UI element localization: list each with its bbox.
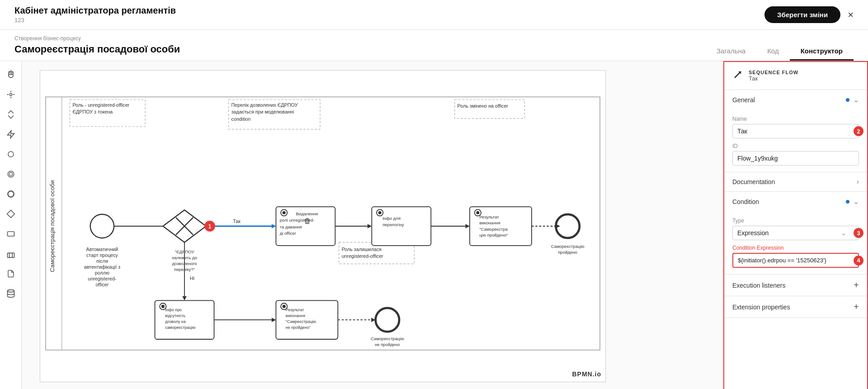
- svg-text:Так: Так: [233, 218, 241, 224]
- svg-marker-5: [7, 131, 14, 138]
- canvas-area: Самореєстрація посадової особи Роль - un…: [22, 61, 723, 389]
- section-execution-listeners[interactable]: Execution listeners +: [724, 275, 867, 296]
- svg-point-9: [8, 191, 14, 197]
- documentation-section-header[interactable]: Documentation ›: [724, 172, 867, 191]
- tab-constructor[interactable]: Конструктор: [790, 43, 854, 61]
- svg-marker-93: [272, 318, 276, 322]
- svg-marker-83: [182, 296, 187, 301]
- svg-point-0: [9, 94, 12, 96]
- svg-point-87: [161, 305, 165, 308]
- condition-expr-input[interactable]: [732, 253, 859, 268]
- documentation-section-actions: ›: [857, 178, 859, 186]
- section-extension-properties[interactable]: Extension properties +: [724, 296, 867, 318]
- type-select-badge: 3: [854, 228, 863, 238]
- svg-text:самореєстрацію: самореєстрацію: [165, 325, 195, 330]
- main: Самореєстрація посадової особи Роль - un…: [0, 61, 868, 389]
- svg-text:"Самреєстрацію: "Самреєстрацію: [286, 319, 316, 324]
- svg-point-15: [7, 290, 14, 292]
- svg-text:старт процесу: старт процесу: [86, 252, 118, 258]
- svg-text:автентифікації з: автентифікації з: [84, 264, 120, 270]
- svg-point-6: [8, 152, 14, 157]
- type-field-label: Type: [732, 218, 859, 224]
- header: Кабінет адміністратора регламентів 123 З…: [0, 0, 868, 30]
- type-select[interactable]: Expression: [732, 226, 859, 240]
- svg-point-8: [9, 172, 13, 176]
- condition-section-title: Condition: [732, 198, 759, 205]
- section-general: General ⌄ Name 2 ID: [724, 90, 867, 172]
- id-input[interactable]: [732, 151, 859, 166]
- svg-point-31: [90, 214, 114, 238]
- general-chevron: ⌄: [853, 95, 859, 104]
- tab-code[interactable]: Код: [756, 43, 790, 61]
- app-subtitle: 123: [14, 17, 24, 24]
- general-section-title: General: [732, 96, 755, 104]
- page-title: Самореєстрація посадової особи: [14, 43, 180, 61]
- svg-text:дозволу на: дозволу на: [165, 319, 186, 324]
- tool-bottom-rect[interactable]: [3, 246, 19, 262]
- execution-listeners-title: Execution listeners: [732, 282, 786, 289]
- type-select-wrapper: Expression ⌄ 3: [732, 226, 859, 240]
- tool-file[interactable]: [3, 266, 19, 282]
- svg-text:ЄДРПОУ з токена: ЄДРПОУ з токена: [72, 109, 113, 114]
- general-section-body: Name 2 ID: [724, 109, 867, 172]
- svg-text:не пройдено": не пройдено": [286, 325, 311, 330]
- tool-arrows[interactable]: [3, 106, 19, 123]
- tool-rectangle[interactable]: [3, 226, 19, 242]
- general-section-header[interactable]: General ⌄: [724, 90, 867, 109]
- tool-circle-small[interactable]: [3, 146, 19, 162]
- bpmn-watermark: BPMN.io: [572, 370, 601, 378]
- svg-point-55: [283, 211, 286, 214]
- svg-rect-12: [7, 253, 14, 257]
- svg-marker-10: [7, 210, 14, 218]
- svg-point-96: [283, 305, 286, 308]
- general-dot: [846, 98, 849, 102]
- tool-circle-bold[interactable]: [3, 186, 19, 202]
- tool-crosshair[interactable]: [3, 86, 19, 103]
- svg-text:Самореєстрацію: Самореєстрацію: [551, 244, 585, 249]
- sub-header-left: Створення бізнес-процесу Самореєстрація …: [14, 35, 180, 61]
- tool-database[interactable]: [3, 285, 19, 302]
- sub-header: Створення бізнес-процесу Самореєстрація …: [0, 30, 868, 61]
- close-button[interactable]: ×: [848, 10, 854, 20]
- bpmn-canvas[interactable]: Самореєстрація посадової особи Роль - un…: [40, 70, 606, 382]
- svg-marker-49: [272, 224, 276, 228]
- condition-section-actions: ⌄: [846, 197, 859, 206]
- condition-dot: [846, 200, 849, 204]
- general-section-actions: ⌄: [846, 95, 859, 104]
- tab-general[interactable]: Загальна: [706, 43, 756, 61]
- tool-diamond[interactable]: [3, 206, 19, 222]
- documentation-chevron: ›: [857, 178, 859, 186]
- condition-chevron: ⌄: [853, 197, 859, 206]
- app-title: Кабінет адміністратора регламентів: [14, 5, 176, 16]
- svg-point-72: [476, 211, 479, 214]
- condition-section-header[interactable]: Condition ⌄: [724, 192, 867, 211]
- header-right: Зберегти зміни ×: [764, 6, 854, 23]
- breadcrumb: Створення бізнес-процесу: [14, 35, 180, 42]
- svg-text:виконання: виконання: [479, 220, 500, 225]
- svg-text:1: 1: [208, 223, 212, 230]
- svg-text:Інфо для: Інфо для: [382, 216, 401, 221]
- condition-section-body: Type Expression ⌄ 3 Condition Expression…: [724, 211, 867, 274]
- svg-rect-26: [455, 100, 525, 119]
- toolbar: [0, 61, 22, 389]
- svg-text:"Самореєстра: "Самореєстра: [479, 227, 508, 232]
- id-field-label: ID: [732, 143, 859, 149]
- svg-text:unregistered-: unregistered-: [88, 276, 116, 281]
- svg-text:ді officer: ді officer: [280, 231, 297, 236]
- svg-text:Самореєстрація посадової особи: Самореєстрація посадової особи: [49, 180, 56, 272]
- svg-marker-69: [465, 224, 470, 228]
- tool-circle-ring[interactable]: [3, 166, 19, 182]
- svg-text:officer: officer: [95, 282, 108, 287]
- documentation-section-title: Documentation: [732, 178, 775, 185]
- extension-properties-add-icon: +: [854, 302, 859, 312]
- name-input[interactable]: [732, 124, 859, 138]
- tool-lightning[interactable]: [3, 126, 19, 142]
- svg-marker-62: [368, 224, 372, 228]
- save-button[interactable]: Зберегти зміни: [764, 6, 840, 23]
- svg-text:unregistered-officer: unregistered-officer: [342, 253, 383, 259]
- condition-expr-label: Condition Expression: [732, 245, 859, 251]
- right-panel: SEQUENCE FLOW Так General ⌄ Name 2 ID: [723, 61, 868, 389]
- tool-hand[interactable]: [3, 66, 19, 83]
- svg-text:Перелік дозволених ЄДРПОУ: Перелік дозволених ЄДРПОУ: [231, 102, 298, 108]
- svg-text:роллю: роллю: [95, 270, 109, 275]
